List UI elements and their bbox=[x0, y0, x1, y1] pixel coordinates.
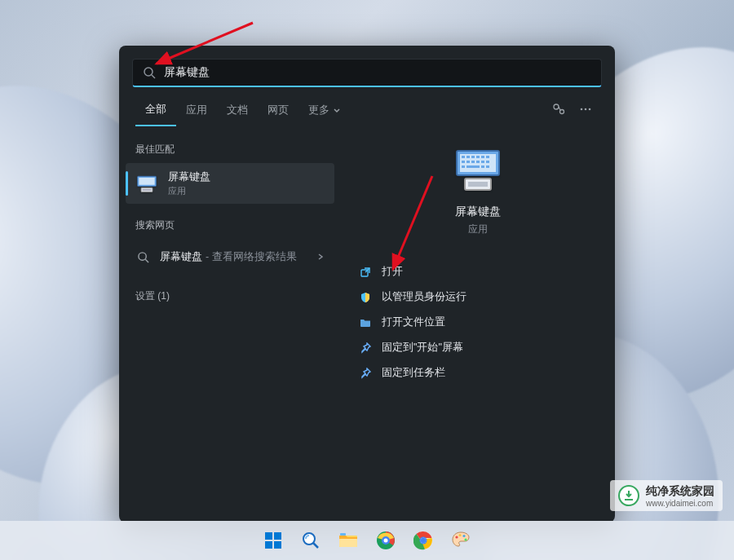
shield-icon bbox=[359, 291, 372, 304]
svg-rect-16 bbox=[466, 156, 470, 158]
svg-rect-30 bbox=[486, 165, 489, 168]
tab-more[interactable]: 更多 bbox=[298, 96, 351, 126]
svg-rect-24 bbox=[476, 161, 480, 163]
svg-rect-44 bbox=[340, 533, 346, 536]
paint-button[interactable] bbox=[444, 524, 477, 557]
svg-point-51 bbox=[421, 538, 426, 543]
action-run-admin[interactable]: 以管理员身份运行 bbox=[351, 284, 605, 310]
taskbar bbox=[0, 521, 734, 560]
preview-column: 屏幕键盘 应用 打开 以管理员身份运行 bbox=[341, 126, 615, 523]
svg-line-41 bbox=[313, 543, 318, 548]
download-icon bbox=[618, 485, 639, 506]
action-open[interactable]: 打开 bbox=[351, 259, 605, 284]
result-item-osk[interactable]: 屏幕键盘 应用 bbox=[126, 163, 334, 204]
watermark-brand: 纯净系统家园 bbox=[646, 484, 714, 497]
tab-documents[interactable]: 文档 bbox=[217, 96, 258, 126]
svg-point-54 bbox=[462, 535, 465, 537]
svg-rect-25 bbox=[481, 161, 484, 163]
action-pin-start[interactable]: 固定到"开始"屏幕 bbox=[351, 335, 605, 360]
search-panel: 全部 应用 文档 网页 更多 最佳匹配 bbox=[119, 46, 615, 523]
svg-point-6 bbox=[589, 108, 591, 111]
action-open-label: 打开 bbox=[382, 265, 403, 279]
svg-rect-18 bbox=[476, 156, 480, 158]
osk-icon bbox=[135, 172, 158, 195]
svg-point-4 bbox=[581, 108, 583, 111]
svg-rect-17 bbox=[471, 156, 475, 158]
svg-rect-15 bbox=[462, 156, 465, 158]
svg-rect-10 bbox=[143, 189, 152, 191]
svg-rect-20 bbox=[486, 156, 489, 158]
svg-rect-43 bbox=[339, 539, 357, 547]
svg-line-12 bbox=[145, 259, 148, 262]
svg-point-55 bbox=[464, 538, 466, 540]
preview-title: 屏幕键盘 bbox=[351, 205, 605, 219]
search-web-item[interactable]: 屏幕键盘 - 查看网络搜索结果 bbox=[126, 239, 334, 275]
chevron-right-icon bbox=[316, 249, 325, 264]
search-input[interactable] bbox=[164, 66, 591, 79]
results-column: 最佳匹配 屏幕键盘 应用 搜索网页 bbox=[119, 126, 341, 523]
svg-point-52 bbox=[455, 536, 458, 538]
svg-point-11 bbox=[138, 252, 145, 259]
search-web-term: 屏幕键盘 bbox=[160, 250, 202, 264]
best-match-heading: 最佳匹配 bbox=[126, 138, 334, 163]
search-tabs: 全部 应用 文档 网页 更多 bbox=[119, 87, 615, 126]
pin-icon bbox=[359, 367, 372, 380]
svg-point-47 bbox=[384, 539, 388, 543]
svg-rect-19 bbox=[481, 156, 484, 158]
svg-rect-32 bbox=[468, 182, 488, 187]
file-explorer-button[interactable] bbox=[332, 524, 365, 557]
search-web-hint: - 查看网络搜索结果 bbox=[206, 250, 297, 264]
tab-apps[interactable]: 应用 bbox=[176, 96, 217, 126]
action-open-location[interactable]: 打开文件位置 bbox=[351, 310, 605, 335]
more-options-button[interactable] bbox=[573, 98, 599, 124]
osk-preview-icon bbox=[452, 143, 504, 195]
svg-rect-8 bbox=[139, 178, 154, 185]
account-button[interactable] bbox=[545, 97, 573, 125]
result-title: 屏幕键盘 bbox=[168, 170, 325, 184]
svg-point-0 bbox=[144, 68, 153, 76]
action-open-location-label: 打开文件位置 bbox=[382, 315, 445, 329]
watermark: 纯净系统家园 www.yidaimei.com bbox=[610, 480, 723, 511]
preview-actions: 打开 以管理员身份运行 打开文件位置 bbox=[351, 259, 605, 386]
svg-rect-37 bbox=[274, 532, 281, 540]
open-icon bbox=[359, 266, 372, 279]
action-pin-taskbar-label: 固定到任务栏 bbox=[382, 366, 445, 380]
svg-point-3 bbox=[560, 110, 564, 114]
result-subtitle: 应用 bbox=[168, 185, 325, 197]
tab-more-label: 更多 bbox=[308, 103, 329, 117]
svg-rect-21 bbox=[462, 161, 465, 163]
action-pin-start-label: 固定到"开始"屏幕 bbox=[382, 341, 463, 355]
svg-rect-39 bbox=[274, 541, 281, 549]
settings-heading: 设置 (1) bbox=[126, 284, 334, 310]
search-bar[interactable] bbox=[132, 59, 602, 87]
chevron-down-icon bbox=[333, 104, 341, 117]
svg-rect-26 bbox=[486, 161, 489, 163]
svg-line-1 bbox=[152, 75, 155, 78]
svg-rect-38 bbox=[265, 541, 272, 549]
chrome-button[interactable] bbox=[407, 524, 440, 557]
folder-icon bbox=[359, 316, 372, 329]
svg-point-2 bbox=[554, 104, 559, 109]
svg-rect-28 bbox=[466, 165, 480, 168]
action-run-admin-label: 以管理员身份运行 bbox=[382, 290, 466, 304]
search-icon bbox=[143, 66, 156, 79]
start-button[interactable] bbox=[257, 524, 290, 557]
preview-subtitle: 应用 bbox=[351, 223, 605, 236]
watermark-url: www.yidaimei.com bbox=[646, 499, 714, 508]
search-web-heading: 搜索网页 bbox=[126, 214, 334, 239]
pin-icon bbox=[359, 342, 372, 355]
tab-web[interactable]: 网页 bbox=[258, 96, 298, 126]
svg-point-5 bbox=[585, 108, 587, 111]
svg-rect-36 bbox=[265, 532, 272, 540]
tab-all[interactable]: 全部 bbox=[135, 95, 176, 126]
svg-rect-22 bbox=[466, 161, 470, 163]
action-pin-taskbar[interactable]: 固定到任务栏 bbox=[351, 360, 605, 386]
edge-button[interactable] bbox=[369, 524, 402, 557]
svg-rect-23 bbox=[471, 161, 475, 163]
search-icon bbox=[135, 245, 150, 268]
svg-rect-27 bbox=[462, 165, 465, 168]
svg-point-53 bbox=[458, 534, 461, 536]
svg-rect-29 bbox=[481, 165, 484, 168]
taskbar-search-button[interactable] bbox=[294, 524, 327, 557]
